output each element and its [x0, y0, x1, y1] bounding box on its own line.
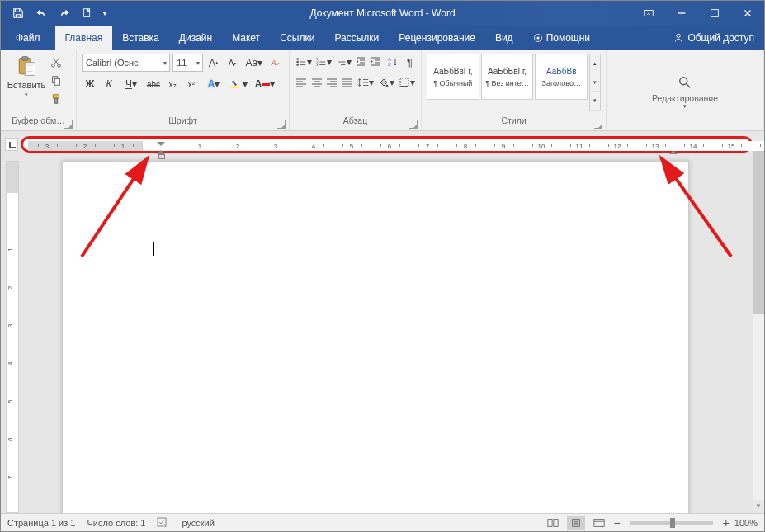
svg-rect-3 [711, 10, 719, 17]
paragraph-dialog-launcher[interactable] [409, 120, 418, 129]
tab-references[interactable]: Ссылки [270, 26, 324, 50]
svg-rect-74 [554, 519, 558, 526]
svg-text:Z: Z [388, 62, 391, 67]
line-spacing-icon[interactable]: ▾ [357, 74, 375, 91]
cut-icon[interactable] [50, 57, 62, 70]
undo-icon[interactable] [31, 2, 52, 25]
strikethrough-button[interactable]: abc [145, 76, 162, 92]
font-group-label: Шрифт [168, 115, 197, 125]
highlight-icon[interactable]: ▾ [228, 76, 251, 92]
tab-mailings[interactable]: Рассылки [324, 26, 389, 50]
zoom-value[interactable]: 100% [734, 518, 758, 528]
shrink-font-icon[interactable]: A▾ [224, 54, 240, 71]
zoom-out-icon[interactable]: − [613, 516, 620, 530]
style-heading1[interactable]: АаБбВвЗаголово… [535, 54, 588, 100]
zoom-in-icon[interactable]: + [723, 516, 730, 530]
font-color-icon[interactable]: A▾ [253, 76, 276, 92]
align-center-icon[interactable] [310, 74, 323, 91]
status-page[interactable]: Страница 1 из 1 [7, 518, 75, 528]
scroll-down-icon[interactable]: ▼ [753, 500, 764, 513]
styles-group-label: Стили [501, 115, 526, 125]
bullets-icon[interactable]: ▾ [295, 54, 312, 70]
save-icon[interactable] [7, 2, 29, 25]
svg-rect-17 [54, 95, 59, 98]
qat-customize-icon[interactable]: ▾ [100, 2, 110, 25]
justify-icon[interactable] [341, 74, 354, 91]
clipboard-dialog-launcher[interactable] [64, 120, 73, 129]
tab-design[interactable]: Дизайн [169, 26, 222, 50]
new-doc-icon[interactable] [77, 2, 98, 25]
shading-icon[interactable]: ▾ [377, 74, 395, 91]
subscript-button[interactable]: x₂ [164, 76, 181, 92]
borders-icon[interactable]: ▾ [398, 74, 416, 91]
grow-font-icon[interactable]: A▴ [205, 54, 221, 71]
show-marks-icon[interactable]: ¶ [404, 54, 416, 70]
view-web-icon[interactable] [590, 516, 608, 530]
bold-button[interactable]: Ж [82, 76, 98, 92]
scroll-thumb[interactable] [753, 149, 764, 314]
styles-scroll[interactable]: ▴▾▾ [589, 54, 601, 111]
svg-rect-66 [400, 78, 408, 87]
svg-point-13 [52, 64, 55, 68]
svg-line-69 [687, 83, 691, 87]
style-normal[interactable]: АаБбВвГг,¶ Обычный [427, 54, 479, 100]
vertical-scrollbar[interactable]: ▲ ▼ [753, 136, 764, 513]
svg-point-25 [296, 64, 299, 66]
paste-button[interactable]: Вставить ▾ [6, 54, 47, 111]
svg-point-23 [296, 61, 299, 64]
annotation-arrow-right [649, 149, 739, 265]
style-no-spacing[interactable]: АаБбВвГг,¶ Без инте… [481, 54, 534, 100]
clear-format-icon[interactable]: A [268, 54, 284, 71]
ribbon-options-icon[interactable] [632, 2, 665, 25]
decrease-indent-icon[interactable] [354, 54, 366, 70]
view-print-icon[interactable] [567, 516, 585, 530]
multilevel-icon[interactable]: ▾ [334, 54, 352, 70]
status-language[interactable]: русский [182, 518, 214, 528]
format-painter-icon[interactable] [50, 93, 62, 106]
svg-point-5 [536, 37, 539, 40]
window-title: Документ Microsoft Word - Word [309, 7, 455, 19]
underline-button[interactable]: Ч▾ [120, 76, 143, 92]
annotation-arrow-left [73, 149, 164, 265]
align-right-icon[interactable] [325, 74, 338, 91]
change-case-icon[interactable]: Aa▾ [243, 54, 265, 71]
sort-icon[interactable]: AZ [384, 54, 401, 70]
numbering-icon[interactable]: 123▾ [314, 54, 332, 70]
tab-file[interactable]: Файл [1, 26, 55, 50]
tab-home[interactable]: Главная [55, 26, 113, 50]
svg-text:A: A [271, 59, 276, 67]
clipboard-group-label: Буфер обм… [12, 115, 64, 125]
copy-icon[interactable] [50, 75, 62, 88]
font-size-combo[interactable]: 11 [172, 54, 203, 72]
editing-group-label: Редактирование [652, 93, 718, 103]
close-icon[interactable] [731, 2, 764, 25]
text-effects-icon[interactable]: A▾ [202, 76, 225, 92]
ribbon: Вставить ▾ Буфер обм… Calibri (Оснс 11 A… [1, 50, 764, 131]
minimize-icon[interactable] [665, 2, 698, 25]
font-dialog-launcher[interactable] [277, 120, 286, 129]
group-editing[interactable]: Редактирование ▾ [607, 50, 764, 130]
maximize-icon[interactable] [698, 2, 731, 25]
tab-selector[interactable] [5, 138, 18, 151]
increase-indent-icon[interactable] [369, 54, 381, 70]
styles-dialog-launcher[interactable] [594, 120, 602, 129]
spellcheck-icon[interactable] [157, 516, 170, 530]
font-name-combo[interactable]: Calibri (Оснс [82, 54, 170, 72]
redo-icon[interactable] [54, 2, 75, 25]
status-words[interactable]: Число слов: 1 [87, 518, 145, 528]
zoom-slider[interactable] [630, 521, 713, 525]
document-area: 321 12345678910111213141516 17 1234567 ▲… [1, 131, 764, 513]
tab-insert[interactable]: Вставка [112, 26, 169, 50]
vertical-ruler[interactable]: 1234567 [6, 161, 19, 513]
share-button[interactable]: Общий доступ [663, 26, 764, 50]
svg-rect-16 [54, 78, 59, 85]
align-left-icon[interactable] [295, 74, 308, 91]
view-read-icon[interactable] [544, 516, 562, 530]
italic-button[interactable]: К [101, 76, 117, 92]
tab-layout[interactable]: Макет [222, 26, 270, 50]
tab-review[interactable]: Рецензирование [389, 26, 485, 50]
tab-view[interactable]: Вид [485, 26, 523, 50]
tab-tell-me[interactable]: Помощни [523, 26, 600, 50]
superscript-button[interactable]: x² [183, 76, 200, 92]
group-styles: АаБбВвГг,¶ Обычный АаБбВвГг,¶ Без инте… … [422, 50, 607, 130]
